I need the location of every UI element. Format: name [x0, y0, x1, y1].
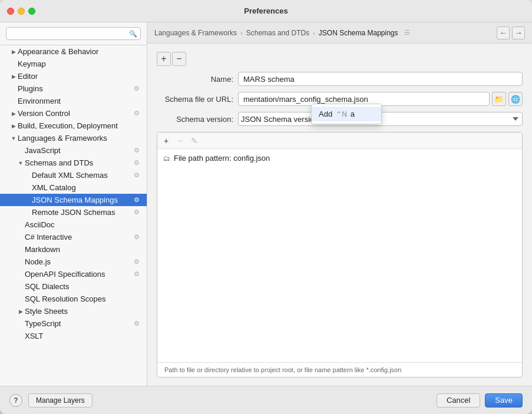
- chevron-right-icon: ▶: [16, 307, 25, 316]
- dropdown-add-item[interactable]: Add ⌃N a: [312, 107, 381, 121]
- gear-icon: ⚙: [134, 320, 142, 327]
- spacer-icon: [9, 85, 18, 93]
- sidebar-item-default-xml[interactable]: Default XML Schemas ⚙: [0, 169, 147, 181]
- dropdown-add-label: Add: [319, 110, 332, 118]
- gear-icon: ⚙: [134, 110, 142, 117]
- sidebar-item-xslt[interactable]: XSLT: [0, 330, 147, 342]
- dropdown-keyboard-shortcut: ⌃N: [336, 110, 347, 118]
- url-button[interactable]: 🌐: [508, 92, 523, 106]
- edit-pattern-button[interactable]: ✎: [188, 135, 201, 147]
- sidebar-item-remote-json[interactable]: Remote JSON Schemas ⚙: [0, 206, 147, 218]
- manage-layers-button[interactable]: Manage Layers: [28, 393, 92, 408]
- help-button[interactable]: ?: [9, 394, 22, 407]
- cancel-button[interactable]: Cancel: [437, 393, 480, 408]
- sidebar-item-schemas-dtds[interactable]: ▼ Schemas and DTDs ⚙: [0, 157, 147, 169]
- remove-schema-button[interactable]: −: [172, 52, 186, 66]
- sidebar-item-sql-resolution[interactable]: SQL Resolution Scopes: [0, 293, 147, 305]
- spacer-icon: [16, 233, 25, 241]
- add-dropdown-popup: Add ⌃N a: [311, 104, 382, 124]
- name-label: Name:: [157, 75, 233, 84]
- globe-icon: 🌐: [511, 95, 520, 104]
- sidebar-item-environment[interactable]: Environment: [0, 95, 147, 107]
- back-button[interactable]: ←: [497, 27, 510, 39]
- sidebar: 🔍 ▶ Appearance & Behavior Keymap ▶ Edito…: [0, 22, 147, 386]
- gear-icon: ⚙: [134, 270, 142, 278]
- spacer-icon: [16, 147, 25, 155]
- sidebar-item-stylesheets[interactable]: ▶ Style Sheets: [0, 305, 147, 317]
- sidebar-item-typescript[interactable]: TypeScript ⚙: [0, 317, 147, 330]
- close-button[interactable]: [7, 8, 14, 15]
- spacer-icon: [16, 332, 25, 340]
- add-pattern-button[interactable]: +: [160, 135, 173, 147]
- sidebar-scroll: ▶ Appearance & Behavior Keymap ▶ Editor …: [0, 45, 147, 386]
- forward-button[interactable]: →: [512, 27, 525, 39]
- sidebar-item-javascript[interactable]: JavaScript ⚙: [0, 144, 147, 157]
- gear-icon: ⚙: [134, 208, 142, 216]
- sidebar-item-openapi[interactable]: OpenAPI Specifications ⚙: [0, 268, 147, 280]
- chevron-down-icon: ▼: [16, 159, 25, 167]
- sidebar-item-build[interactable]: ▶ Build, Execution, Deployment: [0, 120, 147, 132]
- sidebar-item-nodejs[interactable]: Node.js ⚙: [0, 256, 147, 268]
- dropdown-suffix: a: [351, 110, 355, 118]
- sidebar-item-csharp[interactable]: C# Interactive ⚙: [0, 231, 147, 243]
- sidebar-item-lang-frameworks[interactable]: ▼ Languages & Frameworks: [0, 132, 147, 144]
- spacer-icon: [16, 246, 25, 254]
- hint-text: Path to file or directory relative to pr…: [157, 362, 522, 377]
- file-pattern-icon: 🗂: [163, 154, 170, 163]
- main-panel: Languages & Frameworks › Schemas and DTD…: [147, 22, 532, 386]
- folder-icon: 📁: [494, 95, 504, 104]
- spacer-icon: [9, 97, 18, 105]
- chevron-right-icon: ▶: [9, 110, 18, 118]
- preferences-window: Preferences 🔍 ▶ Appearance & Behavior: [0, 0, 532, 414]
- minimize-button[interactable]: [18, 8, 25, 15]
- breadcrumb-part2[interactable]: Schemas and DTDs: [246, 29, 309, 37]
- spacer-icon: [16, 270, 25, 279]
- bottom-actions: Cancel Save: [437, 393, 523, 408]
- breadcrumb-part1[interactable]: Languages & Frameworks: [154, 29, 237, 37]
- chevron-right-icon: ▶: [9, 48, 18, 56]
- breadcrumb-actions: ← →: [497, 27, 525, 39]
- add-schema-button[interactable]: +: [157, 52, 171, 66]
- chevron-down-icon: ▼: [9, 134, 18, 143]
- spacer-icon: [16, 283, 25, 291]
- window-title: Preferences: [244, 6, 288, 15]
- pattern-toolbar: + − ✎: [157, 133, 522, 149]
- search-input[interactable]: [6, 27, 141, 40]
- sidebar-item-plugins[interactable]: Plugins ⚙: [0, 82, 147, 95]
- sidebar-item-version-control[interactable]: ▶ Version Control ⚙: [0, 107, 147, 120]
- breadcrumb-current: JSON Schema Mappings: [319, 29, 398, 37]
- chevron-right-icon: ▶: [9, 122, 18, 130]
- gear-icon: ⚙: [134, 258, 142, 266]
- sidebar-item-appearance[interactable]: ▶ Appearance & Behavior: [0, 45, 147, 58]
- gear-icon: ⚙: [134, 196, 142, 204]
- sidebar-item-asciidoc[interactable]: AsciiDoc: [0, 218, 147, 231]
- save-button[interactable]: Save: [485, 393, 523, 408]
- sidebar-item-json-schema[interactable]: JSON Schema Mappings ⚙: [0, 194, 147, 206]
- breadcrumb-sep1: ›: [240, 29, 243, 37]
- sidebar-item-sql-dialects[interactable]: SQL Dialects: [0, 280, 147, 293]
- maximize-button[interactable]: [28, 8, 35, 15]
- pattern-item[interactable]: 🗂 File path pattern: config.json: [157, 151, 522, 165]
- sidebar-item-xml-catalog[interactable]: XML Catalog: [0, 181, 147, 194]
- gear-icon: ⚙: [134, 233, 142, 241]
- remove-pattern-button[interactable]: −: [174, 135, 187, 147]
- search-bar: 🔍: [0, 22, 147, 45]
- pattern-section: + − ✎ 🗂 File path pattern: config.json P…: [157, 132, 523, 377]
- bottom-bar: ? Manage Layers Cancel Save: [0, 386, 532, 414]
- name-input[interactable]: [238, 72, 523, 86]
- gear-icon: ⚙: [134, 147, 142, 154]
- spacer-icon: [16, 320, 25, 328]
- spacer-icon: [24, 208, 32, 217]
- sidebar-item-editor[interactable]: ▶ Editor: [0, 70, 147, 82]
- schema-version-label: Schema version:: [157, 115, 233, 124]
- spacer-icon: [24, 196, 32, 204]
- schema-list-toolbar: + − Add ⌃N a: [157, 52, 523, 66]
- schema-panel: + − Add ⌃N a Name:: [147, 44, 532, 386]
- search-icon: 🔍: [129, 30, 137, 38]
- spacer-icon: [24, 184, 32, 192]
- gear-icon: ⚙: [134, 159, 142, 167]
- sidebar-item-keymap[interactable]: Keymap: [0, 58, 147, 70]
- folder-browse-button[interactable]: 📁: [492, 92, 506, 106]
- sidebar-item-markdown[interactable]: Markdown: [0, 243, 147, 256]
- schema-file-label: Schema file or URL:: [157, 95, 233, 104]
